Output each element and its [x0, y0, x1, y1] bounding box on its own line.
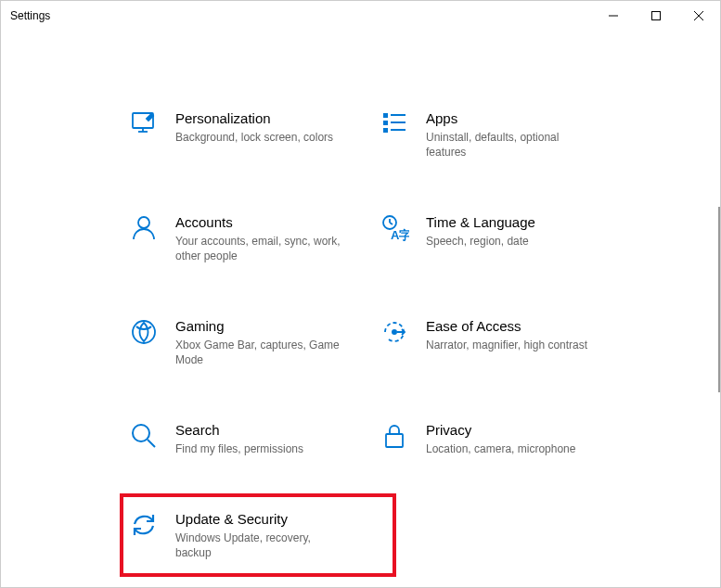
category-text: Gaming Xbox Game Bar, captures, Game Mod…: [175, 317, 342, 367]
category-title: Time & Language: [426, 213, 535, 232]
category-title: Personalization: [175, 109, 333, 128]
window-title: Settings: [10, 9, 50, 22]
category-desc: Xbox Game Bar, captures, Game Mode: [175, 338, 342, 367]
category-desc: Narrator, magnifier, high contrast: [426, 338, 587, 352]
category-text: Ease of Access Narrator, magnifier, high…: [426, 317, 587, 352]
category-text: Personalization Background, lock screen,…: [175, 109, 333, 145]
update-security-icon: [129, 510, 159, 540]
search-icon: [129, 421, 159, 451]
category-desc: Find my files, permissions: [175, 441, 303, 456]
category-update-security[interactable]: Update & Security Windows Update, recove…: [120, 493, 396, 577]
category-text: Time & Language Speech, region, date: [426, 213, 535, 249]
category-title: Update & Security: [175, 510, 342, 529]
privacy-icon: [380, 421, 409, 451]
ease-of-access-icon: [380, 317, 409, 347]
titlebar: Settings: [1, 1, 720, 31]
scrollbar-thumb[interactable]: [718, 207, 720, 392]
settings-content: Personalization Background, lock screen,…: [1, 31, 720, 560]
category-search[interactable]: Search Find my files, permissions: [129, 421, 380, 456]
category-title: Accounts: [175, 213, 342, 232]
category-text: Apps Uninstall, defaults, optional featu…: [426, 109, 593, 160]
category-privacy[interactable]: Privacy Location, camera, microphone: [380, 421, 630, 456]
svg-rect-22: [386, 434, 403, 447]
svg-point-19: [392, 329, 397, 335]
gaming-icon: [129, 317, 159, 347]
category-text: Privacy Location, camera, microphone: [426, 421, 575, 456]
svg-rect-12: [391, 129, 406, 131]
category-gaming[interactable]: Gaming Xbox Game Bar, captures, Game Mod…: [129, 317, 380, 367]
category-title: Ease of Access: [426, 317, 587, 336]
category-title: Search: [175, 421, 303, 440]
svg-point-13: [138, 217, 149, 228]
maximize-button[interactable]: [635, 1, 677, 31]
personalization-icon: [129, 109, 159, 139]
svg-rect-7: [383, 113, 388, 118]
categories-grid: Personalization Background, lock screen,…: [129, 109, 720, 560]
svg-rect-8: [383, 121, 388, 125]
svg-rect-11: [391, 121, 406, 123]
time-language-icon: A字: [380, 213, 409, 243]
category-apps[interactable]: Apps Uninstall, defaults, optional featu…: [380, 109, 630, 160]
category-time-language[interactable]: A字 Time & Language Speech, region, date: [380, 213, 630, 263]
category-desc: Uninstall, defaults, optional features: [426, 130, 593, 160]
category-desc: Location, camera, microphone: [426, 441, 575, 456]
scrollbar[interactable]: [716, 31, 720, 587]
svg-point-20: [133, 425, 149, 441]
apps-icon: [380, 109, 409, 139]
svg-rect-1: [652, 12, 661, 20]
category-desc: Speech, region, date: [426, 234, 535, 249]
svg-rect-9: [383, 128, 388, 133]
category-text: Update & Security Windows Update, recove…: [175, 510, 342, 560]
category-desc: Your accounts, email, sync, work, other …: [175, 234, 342, 263]
category-accounts[interactable]: Accounts Your accounts, email, sync, wor…: [129, 213, 380, 263]
svg-line-16: [390, 223, 393, 224]
category-desc: Windows Update, recovery, backup: [175, 530, 342, 560]
category-ease-of-access[interactable]: Ease of Access Narrator, magnifier, high…: [380, 317, 630, 367]
category-text: Accounts Your accounts, email, sync, wor…: [175, 213, 342, 263]
category-desc: Background, lock screen, colors: [175, 130, 333, 145]
svg-text:A字: A字: [391, 228, 409, 242]
svg-rect-10: [391, 114, 406, 116]
svg-point-18: [133, 321, 155, 343]
category-text: Search Find my files, permissions: [175, 421, 303, 456]
category-title: Gaming: [175, 317, 342, 336]
window-controls: [592, 1, 720, 31]
category-title: Apps: [426, 109, 593, 128]
minimize-button[interactable]: [592, 1, 635, 31]
category-title: Privacy: [426, 421, 575, 440]
svg-line-21: [148, 440, 155, 447]
accounts-icon: [129, 213, 159, 243]
category-personalization[interactable]: Personalization Background, lock screen,…: [129, 109, 380, 160]
close-button[interactable]: [677, 1, 720, 31]
